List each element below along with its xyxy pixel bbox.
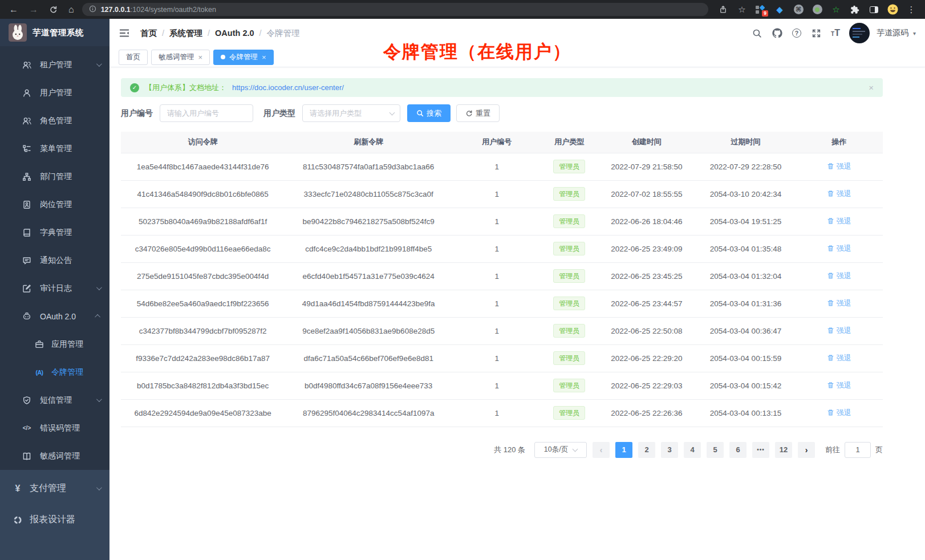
pager-page-1[interactable]: 1 [615, 442, 632, 458]
browser-menu-icon[interactable]: ⋮ [906, 4, 917, 15]
browser-back-icon[interactable]: ← [9, 5, 18, 15]
extensions-puzzle-icon[interactable] [849, 4, 861, 15]
sidebar-item-payment[interactable]: ¥ 支付管理 [0, 473, 109, 504]
goto-page-input[interactable] [845, 442, 871, 458]
yen-icon: ¥ [13, 484, 23, 494]
alert-close-icon[interactable]: × [869, 83, 874, 92]
user-avatar[interactable] [849, 23, 870, 43]
sidebar-item-user[interactable]: 用户管理 [0, 79, 109, 107]
force-logout-button[interactable]: 强退 [827, 271, 851, 281]
breadcrumb-oauth2[interactable]: OAuth 2.0 [215, 29, 254, 38]
github-icon[interactable] [772, 27, 783, 39]
force-logout-button[interactable]: 强退 [827, 216, 851, 226]
search-filters: 用户编号 用户类型 搜索 重置 [121, 104, 883, 122]
tab-sensitive-word[interactable]: 敏感词管理 × [151, 50, 210, 65]
force-logout-button[interactable]: 强退 [827, 189, 851, 199]
extension-collections-icon[interactable]: 9 [755, 4, 766, 15]
user-type-label: 用户类型 [263, 108, 295, 119]
col-access-token: 访问令牌 [121, 132, 285, 153]
gem-extension-icon[interactable]: ◆ [774, 4, 785, 15]
force-logout-button[interactable]: 强退 [827, 353, 851, 363]
table-row: c347026e805e4d99b0d116eae66eda8c cdfc4ce… [121, 235, 883, 262]
force-logout-button[interactable]: 强退 [827, 161, 851, 172]
force-logout-button[interactable]: 强退 [827, 408, 851, 418]
font-size-icon[interactable]: TT [831, 28, 840, 38]
sidebar-item-role[interactable]: 角色管理 [0, 107, 109, 135]
app-title: 芋道管理系统 [33, 27, 84, 38]
search-button[interactable]: 搜索 [407, 104, 451, 122]
force-logout-button[interactable]: 强退 [827, 380, 851, 391]
sidebar-item-error-code[interactable]: </> 错误码管理 [0, 414, 109, 442]
bookmark-star-icon[interactable]: ☆ [736, 4, 748, 15]
sidebar-item-audit-log[interactable]: 审计日志 [0, 274, 109, 302]
tab-token-management[interactable]: 令牌管理 × [213, 50, 274, 65]
share-icon[interactable] [717, 4, 729, 15]
pager-next-button[interactable]: › [798, 442, 815, 458]
close-icon[interactable]: × [198, 53, 203, 62]
sidebar-item-token-management[interactable]: (A) 令牌管理 [0, 358, 109, 386]
force-logout-button[interactable]: 强退 [827, 326, 851, 336]
sidebar-item-report-designer[interactable]: 报表设计器 [0, 504, 109, 535]
close-icon[interactable]: × [262, 53, 266, 62]
breadcrumb-system[interactable]: 系统管理 [169, 28, 202, 39]
chevron-down-icon [96, 285, 102, 290]
user-type-select[interactable] [302, 104, 400, 122]
pager-page-4[interactable]: 4 [684, 442, 701, 458]
table-header-row: 访问令牌 刷新令牌 用户编号 用户类型 创建时间 过期时间 操作 [121, 132, 883, 153]
pager-page-12[interactable]: 12 [775, 442, 792, 458]
user-type-badge: 管理员 [553, 214, 585, 228]
user-type-badge: 管理员 [553, 242, 585, 255]
browser-home-icon[interactable]: ⌂ [68, 5, 74, 15]
fullscreen-icon[interactable] [810, 27, 822, 39]
reset-button[interactable]: 重置 [456, 104, 500, 122]
sidebar-item-tenant[interactable]: 租户管理 [0, 51, 109, 79]
site-info-icon[interactable] [89, 5, 96, 14]
tab-home[interactable]: 首页 [119, 50, 148, 65]
user-id-input[interactable] [160, 104, 253, 122]
sidebar-item-post[interactable]: 岗位管理 [0, 190, 109, 218]
command-extension-icon[interactable]: ⌘ [793, 4, 804, 15]
table-row: 54d6be82ee5a460a9aedc1f9bf223656 49d1aa4… [121, 290, 883, 317]
page-size-select[interactable]: 10条/页 [534, 442, 587, 458]
sidebar-item-dept[interactable]: 部门管理 [0, 163, 109, 190]
sidebar-item-app-management[interactable]: 应用管理 [0, 330, 109, 358]
side-panel-icon[interactable] [868, 4, 879, 15]
sidebar-item-dict[interactable]: 字典管理 [0, 218, 109, 246]
pager-more-button[interactable]: ••• [752, 442, 769, 458]
pager-page-2[interactable]: 2 [638, 442, 655, 458]
force-logout-button[interactable]: 强退 [827, 298, 851, 309]
help-icon[interactable]: ? [792, 29, 801, 38]
table-row: f9336e7c7dd242a283ee98dc86b17a87 dfa6c71… [121, 344, 883, 372]
breadcrumb-home[interactable]: 首页 [140, 28, 157, 39]
collapse-sidebar-icon[interactable] [119, 27, 131, 39]
browser-forward-icon[interactable]: → [29, 5, 38, 15]
chevron-down-icon [96, 485, 102, 490]
sidebar-item-sms[interactable]: 短信管理 [0, 386, 109, 414]
pager-page-3[interactable]: 3 [661, 442, 678, 458]
browser-reload-icon[interactable] [49, 5, 58, 14]
sidebar-menu-bottom: ¥ 支付管理 报表设计器 [0, 470, 109, 560]
sidebar-item-notice[interactable]: 通知公告 [0, 246, 109, 274]
search-icon[interactable] [751, 27, 762, 39]
sidebar-item-menu[interactable]: 菜单管理 [0, 135, 109, 163]
sidebar-item-sensitive-word[interactable]: 敏感词管理 [0, 442, 109, 470]
user-type-badge: 管理员 [553, 297, 585, 310]
user-icon [22, 88, 32, 98]
doc-link[interactable]: https://doc.iocoder.cn/user-center/ [232, 83, 344, 92]
user-name[interactable]: 芋道源码 [877, 28, 908, 38]
user-type-select-input[interactable] [302, 104, 400, 122]
token-table: 访问令牌 刷新令牌 用户编号 用户类型 创建时间 过期时间 操作 1ea5e44… [121, 132, 883, 427]
pager-page-6[interactable]: 6 [729, 442, 747, 458]
recorder-extension-icon[interactable] [812, 4, 823, 15]
tree-list-icon [22, 144, 32, 154]
pager-page-5[interactable]: 5 [707, 442, 724, 458]
pager-prev-button[interactable]: ‹ [593, 442, 610, 458]
url-bar[interactable]: 127.0.0.1:1024/system/oauth2/token [82, 3, 708, 16]
tab-bar: 首页 敏感词管理 × 令牌管理 × [109, 47, 925, 67]
sidebar-item-oauth2[interactable]: OAuth 2.0 [0, 302, 109, 330]
star-extension-icon[interactable]: ☆ [830, 4, 842, 15]
robot-icon [22, 311, 32, 322]
profile-avatar-icon[interactable] [887, 4, 898, 15]
shield-icon [22, 395, 32, 405]
force-logout-button[interactable]: 强退 [827, 244, 851, 254]
